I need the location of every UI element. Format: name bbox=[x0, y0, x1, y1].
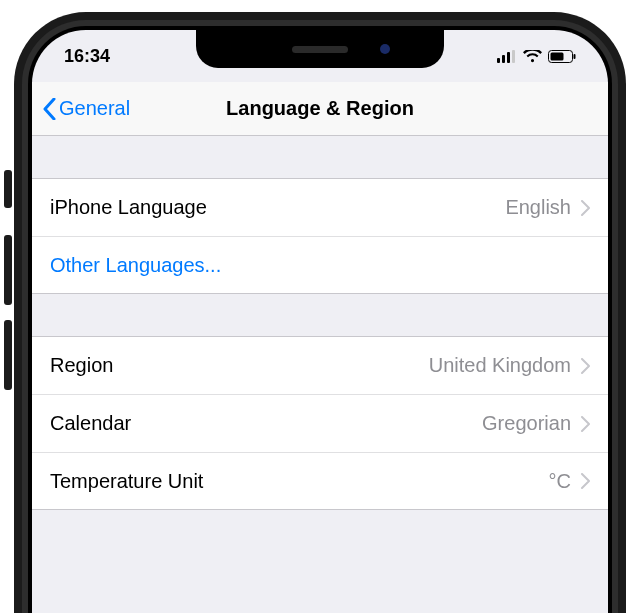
row-other-languages[interactable]: Other Languages... bbox=[32, 236, 608, 294]
cellular-icon bbox=[497, 50, 517, 63]
page-title: Language & Region bbox=[226, 97, 414, 120]
row-label: Temperature Unit bbox=[50, 470, 549, 493]
row-temperature-unit[interactable]: Temperature Unit °C bbox=[32, 452, 608, 510]
volume-down-button bbox=[4, 320, 12, 390]
back-button[interactable]: General bbox=[42, 97, 130, 120]
back-label: General bbox=[59, 97, 130, 120]
chevron-right-icon bbox=[581, 358, 590, 374]
svg-rect-5 bbox=[551, 52, 564, 60]
svg-rect-1 bbox=[502, 55, 505, 63]
row-calendar[interactable]: Calendar Gregorian bbox=[32, 394, 608, 452]
wifi-icon bbox=[523, 50, 542, 63]
chevron-right-icon bbox=[581, 473, 590, 489]
row-iphone-language[interactable]: iPhone Language English bbox=[32, 178, 608, 236]
screen: 16:34 bbox=[32, 30, 608, 613]
volume-up-button bbox=[4, 235, 12, 305]
row-region[interactable]: Region United Kingdom bbox=[32, 336, 608, 394]
status-time: 16:34 bbox=[64, 46, 110, 67]
row-label: Other Languages... bbox=[50, 254, 590, 277]
notch bbox=[196, 30, 444, 68]
chevron-right-icon bbox=[581, 200, 590, 216]
group-region: Region United Kingdom Calendar Gregorian… bbox=[32, 336, 608, 510]
front-camera bbox=[380, 44, 390, 54]
svg-rect-6 bbox=[574, 54, 576, 59]
row-value: Gregorian bbox=[482, 412, 571, 435]
svg-rect-0 bbox=[497, 58, 500, 63]
row-label: iPhone Language bbox=[50, 196, 505, 219]
svg-rect-3 bbox=[512, 50, 515, 63]
chevron-right-icon bbox=[581, 416, 590, 432]
svg-rect-2 bbox=[507, 52, 510, 63]
device-mockup: 16:34 bbox=[0, 0, 640, 613]
row-value: English bbox=[505, 196, 571, 219]
group-language: iPhone Language English Other Languages.… bbox=[32, 178, 608, 294]
row-label: Region bbox=[50, 354, 429, 377]
row-label: Calendar bbox=[50, 412, 482, 435]
battery-icon bbox=[548, 50, 576, 63]
speaker-grille bbox=[292, 46, 348, 53]
row-value: °C bbox=[549, 470, 571, 493]
navigation-bar: General Language & Region bbox=[32, 82, 608, 136]
row-value: United Kingdom bbox=[429, 354, 571, 377]
mute-switch bbox=[4, 170, 12, 208]
chevron-left-icon bbox=[42, 98, 57, 120]
